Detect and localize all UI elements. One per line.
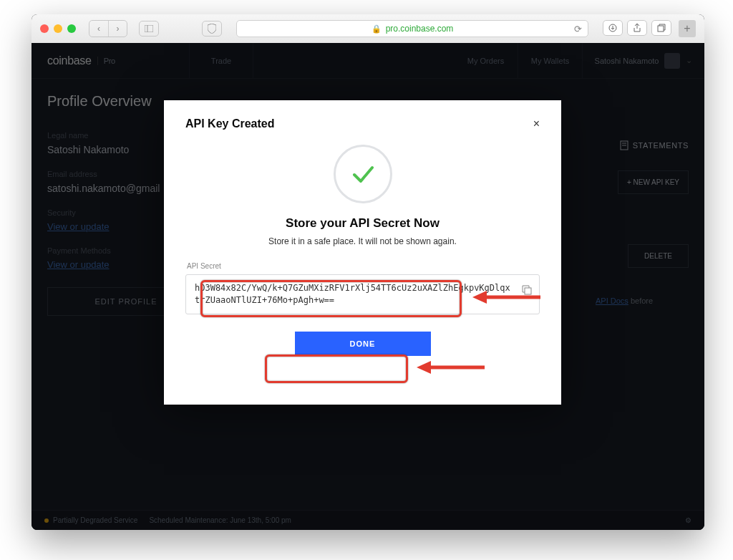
nav-back-forward: ‹ ›: [89, 20, 127, 37]
lock-icon: 🔒: [372, 24, 382, 34]
svg-rect-0: [145, 25, 153, 32]
modal-subtitle: Store it in a safe place. It will not be…: [185, 236, 540, 246]
svg-rect-3: [658, 26, 664, 32]
toolbar-right: +: [603, 20, 696, 37]
mac-titlebar: ‹ › 🔒 pro.coinbase.com ⟳ +: [31, 14, 704, 43]
sidebar-toggle-button[interactable]: [139, 21, 159, 37]
window-minimize-icon[interactable]: [54, 24, 62, 33]
window-close-icon[interactable]: [40, 24, 49, 33]
reload-icon[interactable]: ⟳: [574, 24, 582, 34]
traffic-lights: [40, 24, 76, 33]
window-maximize-icon[interactable]: [67, 24, 76, 33]
api-secret-value: hO3W84x82C/YwQ/k+Q7GZuMXizRFV1rXlj54TT6c…: [195, 283, 510, 305]
api-secret-label: API Secret: [187, 262, 540, 270]
success-check-icon: [334, 145, 392, 203]
api-key-created-modal: API Key Created × Store your API Secret …: [164, 100, 561, 405]
tracking-shield-icon[interactable]: [202, 21, 222, 37]
modal-heading: Store your API Secret Now: [185, 216, 540, 231]
new-tab-button[interactable]: +: [679, 20, 696, 37]
modal-close-button[interactable]: ×: [533, 117, 540, 130]
browser-window: ‹ › 🔒 pro.coinbase.com ⟳ +: [31, 14, 704, 530]
share-button[interactable]: [627, 20, 647, 36]
modal-title: API Key Created: [185, 117, 275, 130]
api-secret-field[interactable]: hO3W84x82C/YwQ/k+Q7GZuMXizRFV1rXlj54TT6c…: [185, 274, 540, 314]
address-bar[interactable]: 🔒 pro.coinbase.com ⟳: [236, 20, 588, 37]
url-host: pro.coinbase.com: [386, 24, 454, 34]
nav-back-button[interactable]: ‹: [89, 21, 108, 37]
downloads-button[interactable]: [603, 20, 623, 36]
tabs-button[interactable]: [651, 20, 671, 36]
copy-icon[interactable]: [522, 285, 532, 299]
nav-forward-button[interactable]: ›: [108, 21, 127, 37]
svg-rect-7: [525, 288, 531, 294]
done-button[interactable]: DONE: [295, 332, 431, 356]
